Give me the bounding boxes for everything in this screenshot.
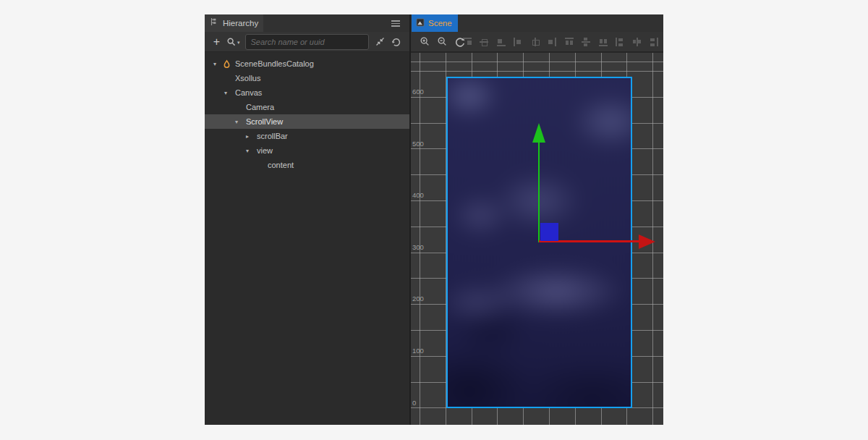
tree-item-Camera[interactable]: Camera	[205, 100, 409, 114]
align-right-icon[interactable]	[546, 36, 558, 48]
expand-arrow-icon[interactable]: ▾	[213, 61, 223, 67]
hamburger-menu-icon[interactable]	[391, 20, 400, 27]
tree-item-ScrollView[interactable]: ▾ScrollView	[205, 114, 409, 129]
distribute-vcenter-icon[interactable]	[580, 36, 592, 48]
tree-item-Canvas[interactable]: ▾Canvas	[205, 85, 409, 100]
ruler-label: 0	[412, 399, 416, 407]
zoom-in-icon[interactable]	[419, 35, 431, 48]
tree-item-label: SceneBundlesCatalog	[234, 59, 314, 68]
expand-arrow-icon[interactable]: ▾	[235, 119, 244, 125]
caret-down-icon: ▾	[237, 40, 240, 47]
hierarchy-tree: ▾SceneBundlesCatalogXsollus▾CanvasCamera…	[205, 53, 409, 425]
ruler-label: 300	[412, 243, 424, 252]
tab-hierarchy[interactable]: Hierarchy	[205, 14, 263, 32]
distribute-left-icon[interactable]	[614, 36, 626, 48]
editor-window: Hierarchy + ▾	[205, 14, 663, 425]
gizmo-y-axis-line	[538, 143, 540, 242]
ruler-label: 100	[412, 347, 424, 355]
expand-arrow-icon[interactable]: ▸	[246, 133, 255, 140]
tree-item-content[interactable]: content	[205, 158, 409, 172]
align-top-icon[interactable]	[461, 36, 473, 48]
tree-item-scrollBar[interactable]: ▸scrollBar	[205, 129, 409, 143]
scene-grid: 6005004003002001000	[411, 52, 663, 425]
hierarchy-tree-icon	[210, 17, 219, 30]
ruler-label: 400	[412, 191, 424, 200]
refresh-icon[interactable]	[391, 36, 402, 48]
expand-arrow-icon[interactable]: ▾	[224, 90, 234, 96]
search-input[interactable]	[245, 34, 369, 50]
hierarchy-tabbar: Hierarchy	[205, 14, 409, 32]
tree-item-label: Camera	[244, 103, 274, 111]
tree-item-label: Xsollus	[234, 74, 260, 82]
distribute-hcenter-icon[interactable]	[631, 36, 643, 48]
align-hcenter-icon[interactable]	[529, 36, 541, 48]
distribute-top-icon[interactable]	[563, 36, 575, 48]
scene-zoom-group	[419, 35, 466, 48]
tree-item-label: scrollBar	[255, 132, 288, 140]
scene-tab-label: Scene	[428, 19, 452, 28]
tree-item-view[interactable]: ▾view	[205, 143, 409, 158]
gizmo-origin-handle[interactable]	[540, 223, 558, 241]
tree-item-label: view	[255, 146, 273, 155]
align-vcenter-icon[interactable]	[478, 36, 490, 48]
scene-tabbar: Scene	[411, 14, 663, 32]
hierarchy-panel: Hierarchy + ▾	[205, 14, 409, 425]
gizmo-y-axis-arrow[interactable]	[532, 123, 545, 143]
zoom-out-icon[interactable]	[436, 35, 448, 48]
ruler-label: 200	[412, 295, 424, 303]
ruler-label: 600	[412, 88, 424, 96]
tab-scene[interactable]: Scene	[412, 14, 458, 32]
collapse-all-icon[interactable]	[374, 36, 386, 48]
add-node-button[interactable]: +	[212, 36, 221, 48]
tree-item-label: ScrollView	[244, 117, 283, 126]
tree-item-label: Canvas	[234, 88, 262, 97]
search-dropdown-icon[interactable]: ▾	[226, 37, 240, 47]
tree-item-Xsollus[interactable]: Xsollus	[205, 71, 409, 85]
scene-flame-icon	[223, 59, 234, 69]
distribute-right-icon[interactable]	[648, 36, 660, 48]
tree-item-SceneBundlesCatalog[interactable]: ▾SceneBundlesCatalog	[205, 56, 409, 71]
scene-align-tools	[461, 32, 660, 52]
ruler-label: 500	[412, 140, 424, 148]
align-left-icon[interactable]	[512, 36, 524, 48]
scene-image-icon	[416, 17, 425, 30]
scene-panel: Scene	[409, 14, 663, 425]
gizmo-x-axis-arrow[interactable]	[639, 234, 655, 249]
distribute-bottom-icon[interactable]	[597, 36, 609, 48]
hierarchy-tab-label: Hierarchy	[223, 19, 258, 28]
hierarchy-toolbar: + ▾	[205, 32, 409, 52]
expand-arrow-icon[interactable]: ▾	[246, 148, 255, 154]
scene-toolbar	[411, 32, 663, 52]
align-bottom-icon[interactable]	[495, 36, 507, 48]
tree-item-label: content	[266, 161, 294, 169]
